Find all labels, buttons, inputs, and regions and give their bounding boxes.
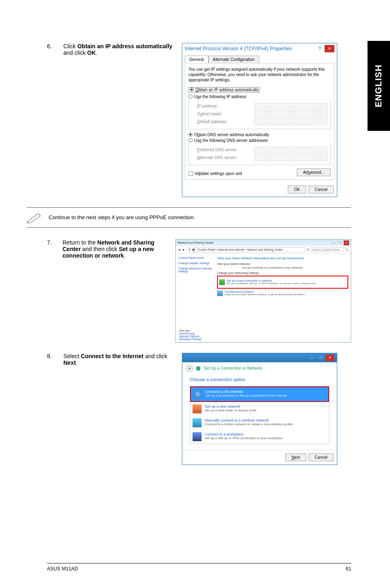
note-block: Continue to the next steps if you are us… — [27, 207, 351, 228]
max-btn[interactable]: □ — [338, 240, 343, 245]
wireless-icon — [193, 418, 202, 427]
not-connected: You are currently not connected to any n… — [242, 266, 348, 269]
step-6: 6. Click Obtain an IP address automatica… — [47, 43, 351, 197]
alt-dns-field: ... — [254, 155, 328, 161]
change-adapter-link[interactable]: Change adapter settings — [178, 262, 212, 265]
txt-bold: OK — [87, 49, 96, 56]
close-btn[interactable]: × — [325, 355, 334, 361]
subnet-field: ... — [254, 111, 328, 117]
row-pref-dns: Preferred DNS server:... — [191, 147, 328, 153]
opt-title: Connect to a workplace — [205, 432, 283, 436]
min-btn[interactable]: – — [307, 355, 316, 361]
workplace-icon — [193, 432, 202, 441]
wizard-title: Set Up a Connection or Network — [204, 366, 262, 370]
option-connect-internet[interactable]: Connect to the InternetSet up a broadban… — [190, 386, 329, 402]
max-btn[interactable]: □ — [316, 355, 325, 361]
back-button[interactable]: ◄ — [186, 365, 193, 372]
nsc-main: View your basic network information and … — [215, 254, 351, 328]
change-networking-settings: Change your networking settings — [217, 272, 348, 274]
row-gateway: Default gateway:... — [191, 119, 328, 125]
radio-use-dns[interactable]: Use the following DNS server addresses: — [188, 138, 331, 143]
step-number: 7. — [47, 239, 63, 343]
breadcrumb-bar: ◄► ⬆ 💻 › Control Panel › Network and Int… — [176, 246, 351, 254]
opt-title: Set up a new network — [205, 404, 257, 408]
cancel-button[interactable]: Cancel — [309, 453, 334, 461]
link-sub: Set up a broadband, dial-up, or VPN conn… — [226, 282, 316, 285]
radio-icon — [188, 94, 193, 99]
dialog-description: You can get IP settings assigned automat… — [188, 67, 331, 83]
row-ip: IP address:... — [191, 103, 328, 110]
close-button[interactable]: × — [325, 45, 334, 52]
row-subnet: Subnet mask:... — [191, 111, 328, 117]
gateway-field: ... — [254, 119, 328, 125]
nsc-sidebar: Control Panel Home Change adapter settin… — [176, 254, 215, 328]
radio-icon — [188, 132, 193, 137]
control-panel-home-link[interactable]: Control Panel Home — [178, 256, 212, 259]
nsc-titlebar: Network and Sharing Center –□× — [176, 240, 351, 246]
txt-bold: Next — [63, 359, 76, 366]
ip-address-field: ... — [254, 103, 328, 110]
cancel-button[interactable]: Cancel — [309, 186, 334, 193]
address-bar[interactable]: ⬆ 💻 › Control Panel › Network and Intern… — [187, 247, 305, 252]
internet-options-link[interactable]: Internet Options — [179, 335, 347, 338]
ok-button[interactable]: OK — [288, 186, 306, 193]
note-text: Continue to the next steps if you are us… — [49, 214, 195, 220]
setup-connection-icon — [219, 279, 225, 285]
opt-title: Connect to the Internet — [206, 390, 288, 394]
wizard-header: ◄ Set Up a Connection or Network — [182, 362, 337, 375]
help-button[interactable]: ? — [315, 45, 325, 52]
radio-use-ip[interactable]: Use the following IP address: — [188, 94, 331, 99]
link-title: Set up a new connection or network — [226, 279, 316, 282]
main-heading: View your basic network information and … — [217, 256, 348, 260]
tab-general[interactable]: General — [185, 56, 208, 63]
dialog-title: Internet Protocol Version 4 (TCP/IPv4) P… — [185, 46, 292, 52]
dialog-footer: OK Cancel — [182, 182, 337, 197]
see-also-block: See also HomeGroup Internet Options Wind… — [176, 328, 351, 342]
opt-sub: Set up a dial-up or VPN connection to yo… — [205, 436, 283, 440]
option-new-network[interactable]: Set up a new networkSet up a new router … — [190, 402, 329, 416]
step-8: 8. Select Connect to the Internet and cl… — [47, 353, 351, 465]
back-icon[interactable]: ◄ — [178, 248, 181, 251]
page-footer: ASUS M11AD 61 — [47, 563, 351, 572]
see-also: See also — [179, 329, 347, 332]
tab-alternate[interactable]: Alternate Configuration — [208, 56, 259, 63]
wizard-body: Choose a connection option Connect to th… — [182, 375, 337, 450]
search-box[interactable]: Search Control Panel — [311, 247, 343, 252]
radio-icon — [190, 88, 194, 92]
close-btn[interactable]: × — [343, 240, 349, 245]
next-button[interactable]: Next — [285, 453, 306, 461]
option-workplace[interactable]: Connect to a workplaceSet up a dial-up o… — [190, 430, 329, 444]
refresh-icon[interactable]: ↻ — [307, 248, 309, 251]
fwd-icon[interactable]: ► — [182, 248, 185, 251]
globe-icon — [193, 390, 202, 399]
pencil-icon — [27, 212, 43, 223]
validate-checkbox[interactable]: Validate settings upon exit — [188, 171, 242, 176]
opt-title: Manually connect to a wireless network — [205, 418, 294, 422]
search-icon[interactable]: 🔍 — [345, 248, 349, 251]
wizard-option-list: Connect to the InternetSet up a broadban… — [190, 386, 329, 444]
setup-connection-link[interactable]: Set up a new connection or networkSet up… — [219, 279, 346, 285]
svg-point-0 — [196, 366, 201, 371]
wizard-icon — [195, 366, 201, 371]
txt-bold: Connect to the Internet — [81, 353, 143, 359]
step-text: Select Connect to the Internet and click… — [63, 353, 182, 465]
highlighted-setup-connection: Set up a new connection or networkSet up… — [217, 276, 348, 289]
txt: Click — [63, 43, 77, 49]
radio-obtain-dns-auto[interactable]: Obtain DNS server address automatically — [188, 132, 331, 137]
radio-obtain-ip-auto[interactable]: OObtain an IP address automaticallybtain… — [188, 87, 260, 92]
opt-sub: Set up a new router or access point. — [205, 408, 257, 412]
footer-model: ASUS M11AD — [47, 566, 78, 572]
wizard-footer: Next Cancel — [182, 450, 337, 465]
troubleshoot-link[interactable]: Troubleshoot problemsDiagnose and repair… — [217, 290, 348, 296]
min-btn[interactable]: – — [332, 240, 338, 245]
option-wireless[interactable]: Manually connect to a wireless networkCo… — [190, 416, 329, 430]
opt-sub: Connect to a hidden network or create a … — [205, 422, 294, 426]
troubleshoot-icon — [217, 290, 223, 296]
window-title: Network and Sharing Center — [177, 241, 213, 244]
homegroup-link[interactable]: HomeGroup — [179, 332, 347, 335]
txt: . — [96, 49, 97, 56]
advanced-button[interactable]: Advanced... — [297, 168, 331, 176]
windows-firewall-link[interactable]: Windows Firewall — [179, 338, 347, 341]
dialog-body: You can get IP settings assigned automat… — [185, 63, 334, 180]
change-sharing-link[interactable]: Change advanced sharing settings — [178, 267, 212, 273]
